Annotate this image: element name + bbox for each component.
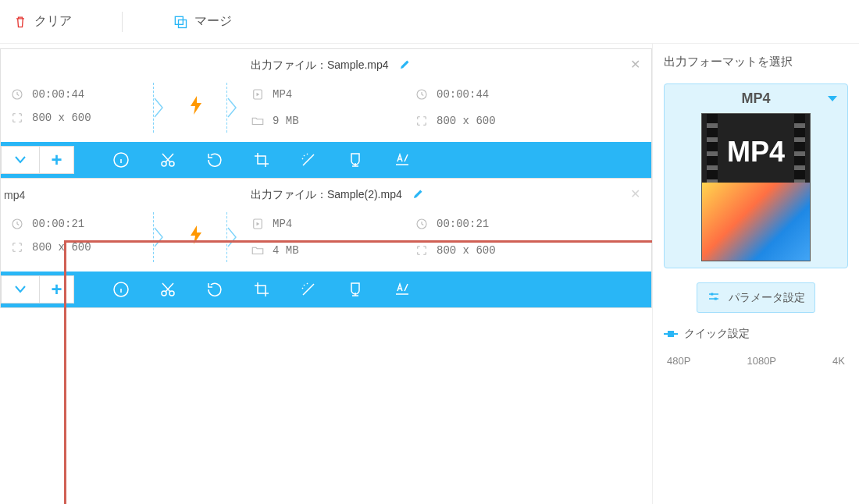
file-card: mp4 出力ファイル：Sample(2).mp4 ✕ xyxy=(0,179,652,308)
rotate-tool[interactable] xyxy=(191,142,238,178)
dimensions-icon xyxy=(415,114,429,128)
effect-tool[interactable] xyxy=(285,272,332,307)
topbar: クリア マージ xyxy=(0,0,859,44)
bolt-icon xyxy=(189,225,203,249)
file-action-bar: + xyxy=(1,272,651,307)
svg-rect-1 xyxy=(179,20,187,27)
clock-icon xyxy=(415,217,429,231)
src-filename-tail: mp4 xyxy=(4,189,25,201)
chevron-icon xyxy=(153,212,166,262)
sidebar: 出力フォーマットを選択 MP4 MP4 パラメータ設定 xyxy=(652,44,859,504)
format-card-label: MP4 xyxy=(741,91,770,107)
merge-button[interactable]: マージ xyxy=(173,13,232,30)
cut-tool[interactable] xyxy=(144,142,191,178)
add-format-button[interactable]: + xyxy=(39,147,73,173)
chevron-icon xyxy=(226,83,239,133)
out-dimensions: 800 x 600 xyxy=(415,243,651,257)
file-card: 出力ファイル：Sample.mp4 ✕ 00:00:44 xyxy=(0,48,652,179)
dimensions-icon xyxy=(10,240,24,254)
file-action-bar: + xyxy=(1,142,651,178)
out-duration: 00:00:44 xyxy=(415,87,651,101)
clock-icon xyxy=(415,87,429,101)
info-tool[interactable] xyxy=(98,272,144,307)
src-duration: 00:00:21 xyxy=(10,217,157,231)
remove-file-button[interactable]: ✕ xyxy=(630,186,640,201)
out-format: MP4 xyxy=(251,87,415,101)
merge-icon xyxy=(173,14,188,30)
svg-rect-14 xyxy=(711,293,713,296)
annotation-line-h xyxy=(64,240,652,243)
bolt-icon xyxy=(189,96,203,119)
subtitle-tool[interactable] xyxy=(379,272,426,307)
svg-rect-15 xyxy=(715,298,717,300)
quick-settings-title: クイック設定 xyxy=(664,327,848,341)
trash-icon xyxy=(12,14,28,30)
rotate-tool[interactable] xyxy=(191,272,238,307)
watermark-tool[interactable] xyxy=(332,142,379,178)
merge-label: マージ xyxy=(194,13,232,30)
chevron-icon xyxy=(153,83,166,133)
subtitle-tool[interactable] xyxy=(379,142,426,178)
out-format: MP4 xyxy=(251,217,415,231)
out-duration: 00:00:21 xyxy=(415,217,651,231)
slider-icon xyxy=(664,333,678,335)
effect-tool[interactable] xyxy=(285,142,332,178)
out-size: 4 MB xyxy=(251,243,415,257)
dimensions-icon xyxy=(415,243,429,257)
preset-4k[interactable]: 4K xyxy=(832,355,845,367)
preset-1080p[interactable]: 1080P xyxy=(747,355,776,367)
sliders-icon xyxy=(707,289,721,306)
parameter-settings-button[interactable]: パラメータ設定 xyxy=(697,282,815,313)
folder-icon xyxy=(251,114,265,128)
folder-icon xyxy=(251,243,265,257)
topbar-divider xyxy=(122,12,123,32)
clock-icon xyxy=(10,87,24,101)
crop-tool[interactable] xyxy=(238,142,285,178)
play-file-icon xyxy=(251,87,265,101)
quick-preset-scale[interactable]: 480P 1080P 4K xyxy=(664,355,848,367)
dimensions-icon xyxy=(10,111,24,125)
format-select-button[interactable] xyxy=(2,276,39,303)
param-label: パラメータ設定 xyxy=(729,291,805,305)
remove-file-button[interactable]: ✕ xyxy=(630,57,640,72)
cut-tool[interactable] xyxy=(144,272,191,307)
edit-filename-button[interactable] xyxy=(412,186,426,203)
select-format-title: 出力フォーマットを選択 xyxy=(664,55,848,69)
annotation-line-v xyxy=(64,240,66,504)
out-size: 9 MB xyxy=(251,114,415,128)
watermark-tool[interactable] xyxy=(332,272,379,307)
src-dimensions: 800 x 600 xyxy=(10,111,157,125)
clear-button[interactable]: クリア xyxy=(12,13,72,30)
info-tool[interactable] xyxy=(98,142,144,178)
output-file-label: 出力ファイル：Sample.mp4 xyxy=(251,59,389,73)
format-thumb: MP4 xyxy=(701,113,811,261)
src-duration: 00:00:44 xyxy=(10,87,157,101)
svg-rect-0 xyxy=(175,16,183,24)
crop-tool[interactable] xyxy=(238,272,285,307)
out-dimensions: 800 x 600 xyxy=(415,114,651,128)
format-select-button[interactable] xyxy=(2,147,39,173)
add-format-button[interactable]: + xyxy=(39,276,73,303)
format-card[interactable]: MP4 MP4 xyxy=(664,83,848,268)
play-file-icon xyxy=(251,217,265,231)
clock-icon xyxy=(10,217,24,231)
clear-label: クリア xyxy=(34,13,72,30)
chevron-icon xyxy=(226,212,239,262)
preset-480p[interactable]: 480P xyxy=(667,355,690,367)
edit-filename-button[interactable] xyxy=(398,57,412,73)
output-file-label: 出力ファイル：Sample(2).mp4 xyxy=(251,188,402,202)
file-list: 出力ファイル：Sample.mp4 ✕ 00:00:44 xyxy=(0,44,652,504)
chevron-down-icon xyxy=(827,91,838,107)
